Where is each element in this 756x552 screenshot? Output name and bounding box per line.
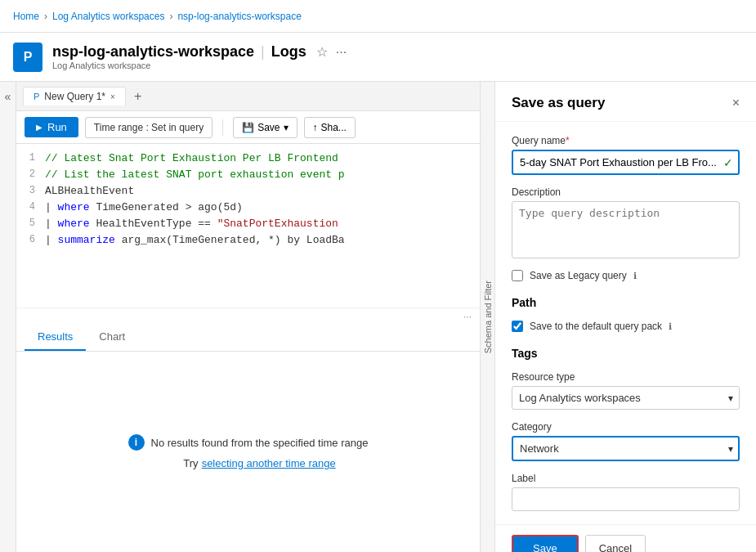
- save-default-info-icon[interactable]: ℹ: [669, 321, 672, 332]
- legacy-label: Save as Legacy query: [530, 270, 627, 281]
- try-text: Try: [183, 457, 198, 469]
- line-number: 6: [16, 234, 45, 245]
- line-content: | where TimeGenerated > ago(5d): [45, 201, 480, 213]
- label-label: Label: [512, 473, 740, 484]
- save-as-query-panel: Save as query × Query name* ✓ Descriptio…: [494, 82, 756, 552]
- resource-type-select[interactable]: Log Analytics workspaces: [512, 386, 740, 410]
- breadcrumb-workspace[interactable]: nsp-log-analytics-workspace: [177, 11, 301, 22]
- code-line: 3ALBHealthEvent: [16, 185, 480, 201]
- toolbar: ▶ Run Time range : Set in query 💾 Save ▾…: [16, 111, 480, 144]
- chart-tab[interactable]: Chart: [86, 324, 138, 351]
- save-default-label: Save to the default query pack: [530, 321, 662, 332]
- line-content: // Latest Snat Port Exhaustion Per LB Fr…: [45, 152, 480, 164]
- tab-close-btn[interactable]: ×: [110, 92, 115, 101]
- save-default-row: Save to the default query pack ℹ: [512, 321, 740, 332]
- category-dropdown: Network ▾: [512, 436, 740, 461]
- save-icon: 💾: [242, 122, 254, 133]
- results-area: i No results found from the specified ti…: [16, 352, 480, 552]
- breadcrumb-log-analytics[interactable]: Log Analytics workspaces: [52, 11, 164, 22]
- code-line: 2// List the latest SNAT port exhaustion…: [16, 168, 480, 185]
- workspace-logs: Logs: [271, 43, 306, 61]
- resource-type-dropdown: Log Analytics workspaces ▾: [512, 386, 740, 410]
- toolbar-separator: [222, 119, 223, 136]
- workspace-name: nsp-log-analytics-workspace: [52, 43, 254, 61]
- results-tab[interactable]: Results: [25, 324, 86, 351]
- line-number: 1: [16, 152, 45, 164]
- query-name-input-wrapper: ✓: [512, 150, 740, 175]
- line-content: ALBHealthEvent: [45, 185, 480, 197]
- tags-title: Tags: [512, 347, 740, 360]
- query-tab[interactable]: P New Query 1* ×: [23, 87, 126, 105]
- left-sidebar: «: [0, 82, 16, 552]
- tab-icon: P: [34, 92, 39, 101]
- breadcrumb-home[interactable]: Home: [13, 11, 39, 22]
- no-results-text: No results found from the specified time…: [151, 437, 369, 449]
- code-line: 6| summarize arg_max(TimeGenerated, *) b…: [16, 234, 480, 250]
- tags-section: Tags: [512, 343, 740, 360]
- code-editor[interactable]: 1// Latest Snat Port Exhaustion Per LB F…: [16, 144, 480, 307]
- save-label: Save: [257, 122, 280, 133]
- legacy-checkbox[interactable]: [512, 270, 523, 281]
- line-number: 5: [16, 218, 45, 229]
- tab-label: New Query 1*: [44, 91, 105, 102]
- description-group: Description: [512, 186, 740, 258]
- time-range-link[interactable]: selecting another time range: [202, 457, 336, 469]
- category-select[interactable]: Network: [512, 436, 740, 461]
- query-name-input[interactable]: [512, 150, 740, 175]
- panel-title: Save as query: [512, 95, 605, 111]
- legacy-checkbox-row: Save as Legacy query ℹ: [512, 270, 740, 281]
- tab-add-btn[interactable]: +: [129, 89, 146, 104]
- legacy-info-icon[interactable]: ℹ: [633, 271, 637, 281]
- line-content: | where HealthEventType == "SnatPortExha…: [45, 218, 480, 230]
- workspace-pipe: |: [261, 43, 265, 61]
- schema-sidebar: Schema and Filter: [480, 82, 494, 552]
- cancel-button[interactable]: Cancel: [585, 535, 646, 552]
- required-star: *: [566, 135, 570, 146]
- panel-header: Save as query ×: [495, 82, 756, 122]
- code-line: 4| where TimeGenerated > ago(5d): [16, 201, 480, 218]
- line-content: | summarize arg_max(TimeGenerated, *) by…: [45, 234, 480, 246]
- resource-type-label: Resource type: [512, 371, 740, 383]
- workspace-subtitle: Log Analytics workspace: [52, 61, 347, 70]
- query-name-label: Query name*: [512, 135, 740, 146]
- line-content: // List the latest SNAT port exhaustion …: [45, 168, 480, 181]
- panel-body: Query name* ✓ Description Save as Legacy…: [495, 122, 756, 524]
- run-label: Run: [47, 121, 67, 133]
- save-chevron: ▾: [284, 122, 289, 133]
- breadcrumb-sep-1: ›: [44, 11, 47, 22]
- workspace-icon: P: [13, 43, 42, 72]
- code-line: 1// Latest Snat Port Exhaustion Per LB F…: [16, 152, 480, 168]
- path-section: Path: [512, 293, 740, 309]
- description-label: Description: [512, 186, 740, 198]
- code-line: 5| where HealthEventType == "SnatPortExh…: [16, 218, 480, 234]
- save-default-checkbox[interactable]: [512, 321, 523, 332]
- breadcrumb-sep-2: ›: [169, 11, 172, 22]
- category-label: Category: [512, 421, 740, 433]
- share-button[interactable]: ↑ Sha...: [304, 117, 356, 138]
- line-number: 3: [16, 185, 45, 196]
- label-input[interactable]: [512, 487, 740, 511]
- tab-bar: P New Query 1* × +: [16, 82, 480, 111]
- label-group: Label: [512, 473, 740, 511]
- save-button[interactable]: Save: [512, 535, 579, 552]
- editor-ellipsis: ···: [16, 307, 480, 324]
- info-icon: i: [128, 434, 145, 451]
- resource-type-group: Resource type Log Analytics workspaces ▾: [512, 371, 740, 410]
- star-icon[interactable]: ☆: [316, 44, 328, 60]
- save-toolbar-button[interactable]: 💾 Save ▾: [233, 117, 297, 138]
- description-textarea[interactable]: [512, 201, 740, 258]
- share-label: Sha...: [321, 122, 347, 133]
- schema-label: Schema and Filter: [483, 280, 493, 353]
- run-icon: ▶: [36, 123, 42, 132]
- line-number: 4: [16, 201, 45, 213]
- time-range-button[interactable]: Time range : Set in query: [85, 117, 212, 138]
- path-title: Path: [512, 296, 740, 309]
- checkmark-icon: ✓: [723, 156, 733, 169]
- category-group: Category Network ▾: [512, 421, 740, 461]
- result-tabs: Results Chart: [16, 324, 480, 352]
- run-button[interactable]: ▶ Run: [25, 117, 78, 137]
- left-collapse-btn[interactable]: «: [5, 90, 11, 103]
- more-icon[interactable]: ···: [336, 45, 347, 60]
- share-icon: ↑: [313, 122, 318, 133]
- panel-close-button[interactable]: ×: [732, 96, 740, 110]
